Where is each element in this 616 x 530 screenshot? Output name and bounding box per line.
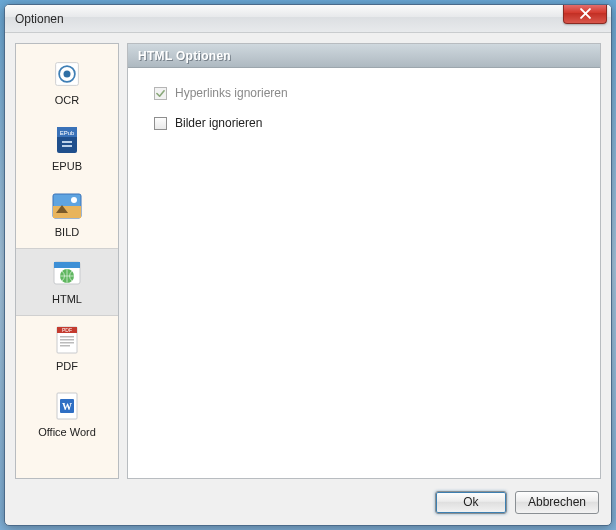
svg-rect-17 [60,336,74,338]
svg-rect-12 [54,262,80,268]
checkbox-images-ignore[interactable] [154,117,167,130]
panel-body: Hyperlinks ignorieren Bilder ignorieren [128,68,600,478]
option-label: Bilder ignorieren [175,116,262,130]
svg-rect-6 [62,141,72,143]
pdf-icon: PDF [51,324,83,356]
sidebar-item-label: Office Word [38,426,96,438]
svg-rect-20 [60,345,70,347]
option-images-ignore[interactable]: Bilder ignorieren [154,116,574,130]
options-panel: HTML Optionen Hyperlinks ignorieren Bild… [127,43,601,479]
panel-title: HTML Optionen [128,44,600,68]
svg-point-10 [71,197,77,203]
sidebar-item-bild[interactable]: BILD [16,182,118,248]
html-icon [51,257,83,289]
sidebar-item-ocr[interactable]: OCR [16,50,118,116]
cancel-button[interactable]: Abbrechen [515,491,599,514]
window-close-button[interactable] [563,4,607,24]
window-title: Optionen [15,12,64,26]
dialog-window: Optionen OCR [4,4,612,526]
svg-rect-2 [64,71,71,78]
titlebar: Optionen [5,5,611,33]
sidebar-item-label: PDF [56,360,78,372]
sidebar-item-office-word[interactable]: W Office Word [16,382,118,448]
category-sidebar: OCR EPub EPUB [15,43,119,479]
option-hyperlinks-ignore: Hyperlinks ignorieren [154,86,574,100]
dialog-footer: Ok Abbrechen [5,485,611,525]
svg-rect-7 [62,145,72,147]
word-icon: W [51,390,83,422]
ok-button[interactable]: Ok [435,491,507,514]
sidebar-item-label: HTML [52,293,82,305]
sidebar-item-label: BILD [55,226,79,238]
check-icon [156,89,165,98]
sidebar-item-pdf[interactable]: PDF PDF [16,316,118,382]
checkbox-hyperlinks-ignore [154,87,167,100]
image-icon [51,190,83,222]
sidebar-item-label: EPUB [52,160,82,172]
close-icon [580,8,591,19]
svg-rect-19 [60,342,74,344]
svg-text:EPub: EPub [60,130,75,136]
sidebar-item-label: OCR [55,94,79,106]
content-area: OCR EPub EPUB [5,33,611,485]
sidebar-item-html[interactable]: HTML [16,248,118,316]
epub-icon: EPub [51,124,83,156]
sidebar-item-epub[interactable]: EPub EPUB [16,116,118,182]
ocr-icon [51,58,83,90]
svg-rect-18 [60,339,74,341]
option-label: Hyperlinks ignorieren [175,86,288,100]
svg-text:PDF: PDF [62,327,72,333]
svg-text:W: W [62,401,72,412]
